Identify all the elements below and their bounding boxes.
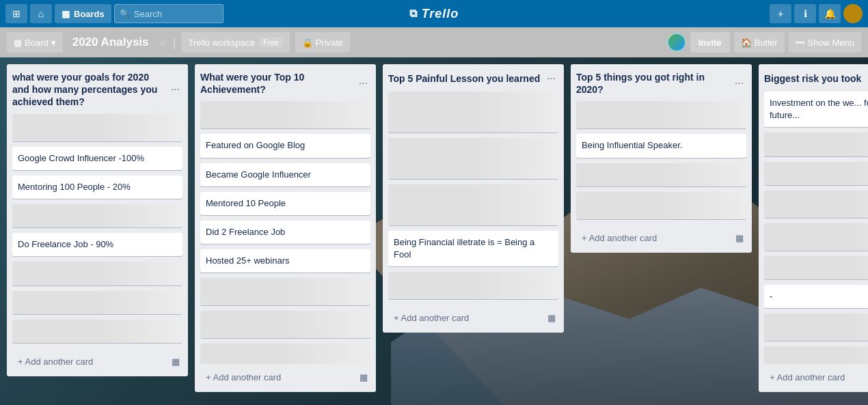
list-item[interactable] [388,138,558,179]
add-button[interactable]: + [770,4,791,23]
list-item[interactable] [12,114,182,141]
list-item[interactable] [764,313,868,341]
board-divider: | [173,36,176,50]
list-item[interactable]: Hosted 25+ webinars [200,249,370,273]
list-footer-1: + Add another card▦ [195,364,376,392]
list-cards-0: Google Crowd Influencer -100%Mentoring 1… [7,114,188,348]
home-button[interactable]: ⌂ [30,4,52,23]
list-item[interactable]: - [764,285,868,308]
list-item[interactable] [764,132,868,156]
lists-container: what were your goals for 2020 and how ma… [0,57,868,405]
visibility-button[interactable]: 🔒 Private [295,32,350,53]
list-cards-3: Being Influential Speaker. [571,101,752,224]
show-menu-label: Show Menu [807,38,854,48]
list-item[interactable]: Google Crowd Influencer -100% [12,147,182,170]
list-list4: Top 5 things you got right in 2020?··· B… [571,64,752,253]
trello-logo-text: Trello [422,7,459,21]
card-template-button[interactable]: ▦ [169,354,182,369]
butler-button[interactable]: 🏠 Butler [734,32,785,53]
list-title-0: what were your goals for 2020 and how ma… [12,71,168,109]
workspace-plan: Free [259,38,283,47]
list-item[interactable] [764,256,868,279]
invite-area: Invite [667,32,730,53]
user-avatar[interactable] [843,4,863,23]
add-card-button[interactable]: + Add another card [388,309,474,327]
list-cards-4: Investment on the we... foreseeing the f… [759,92,868,364]
list-item[interactable]: Did 2 Freelance Job [200,221,370,244]
card-template-button[interactable]: ▦ [545,310,558,326]
list-item[interactable] [764,162,868,185]
butler-label: Butler [755,38,778,48]
list-item[interactable] [200,311,370,338]
list-item[interactable] [764,191,868,218]
add-card-button[interactable]: + Add another card [200,368,286,387]
list-item[interactable]: Investment on the we... foreseeing the f… [764,92,868,127]
boards-button[interactable]: ▦ Boards [55,4,111,23]
list-menu-button-1[interactable]: ··· [356,76,370,91]
top-navigation: ⊞ ⌂ ▦ Boards 🔍 ⧉ Trello + ℹ 🔔 [0,0,868,27]
butler-icon: 🏠 [741,38,752,48]
board-star-button[interactable]: ☆ [159,37,167,48]
board-background: what were your goals for 2020 and how ma… [0,57,868,405]
list-title-2: Top 5 Painful Lesson you learned [388,72,544,85]
list-menu-button-0[interactable]: ··· [168,82,182,97]
list-item[interactable] [764,223,868,251]
visibility-label: Private [316,38,343,48]
list-item[interactable] [200,344,370,364]
list-footer-2: + Add another card▦ [383,305,564,333]
list-item[interactable] [576,192,746,219]
list-list2: What were your Top 10 Achievement?··· Fe… [195,64,376,392]
card-template-button[interactable]: ▦ [357,369,370,385]
trello-logo-icon: ⧉ [409,8,418,20]
info-button[interactable]: ℹ [794,4,816,23]
list-cards-1: Featured on Google BlogBecame Google Inf… [195,101,376,364]
workspace-label: Trello workspace [188,38,255,48]
list-item[interactable] [12,291,182,314]
list-item[interactable] [12,262,182,285]
add-card-button[interactable]: + Add another card [764,368,850,387]
card-template-button[interactable]: ▦ [733,230,746,246]
board-title: 2020 Analysis [68,36,153,49]
board-view-button[interactable]: ▦ Board ▾ [7,32,63,53]
list-header-1: What were your Top 10 Achievement?··· [195,64,376,101]
show-menu-button[interactable]: ••• Show Menu [789,32,861,53]
list-item[interactable]: Do Freelance Job - 90% [12,233,182,256]
list-title-1: What were your Top 10 Achievement? [200,71,356,96]
list-item[interactable]: Mentored 10 People [200,192,370,215]
list-item[interactable]: Featured on Google Blog [200,134,370,157]
list-item[interactable] [200,101,370,128]
list-item[interactable] [12,320,182,343]
workspace-button[interactable]: Trello workspace Free [181,32,289,53]
list-footer-0: + Add another card▦ [7,348,188,376]
list-list1: what were your goals for 2020 and how ma… [7,64,188,376]
grid-menu-button[interactable]: ⊞ [5,4,27,23]
list-item[interactable]: Being Financial illetrate is = Being a F… [388,231,558,266]
list-item[interactable]: Became Google Influencer [200,163,370,186]
member-avatar[interactable] [667,33,686,52]
list-title-3: Top 5 things you got right in 2020? [576,71,732,96]
list-item[interactable] [576,163,746,186]
board-view-icon: ▦ [14,38,22,48]
list-item[interactable]: Mentoring 100 People - 20% [12,176,182,199]
list-item[interactable] [388,184,558,225]
list-item[interactable] [388,92,558,132]
invite-button[interactable]: Invite [690,32,730,53]
list-header-0: what were your goals for 2020 and how ma… [7,64,188,114]
list-menu-button-3[interactable]: ··· [732,76,746,91]
boards-icon: ▦ [62,9,70,19]
list-item[interactable] [576,101,746,128]
board-navigation: ▦ Board ▾ 2020 Analysis ☆ | Trello works… [0,27,868,57]
add-card-button[interactable]: + Add another card [12,352,98,371]
notifications-button[interactable]: 🔔 [819,4,841,23]
list-list5: Biggest risk you took···Investment on th… [759,64,868,392]
list-item[interactable] [200,278,370,305]
list-item[interactable]: Being Influential Speaker. [576,134,746,157]
list-item[interactable] [764,346,868,364]
list-list3: Top 5 Painful Lesson you learned··· Bein… [383,64,564,333]
search-input[interactable] [114,4,223,23]
list-menu-button-2[interactable]: ··· [544,71,558,86]
list-item[interactable] [12,204,182,227]
list-footer-4: + Add another card▦ [759,364,868,392]
list-item[interactable] [388,272,558,299]
add-card-button[interactable]: + Add another card [576,229,662,247]
